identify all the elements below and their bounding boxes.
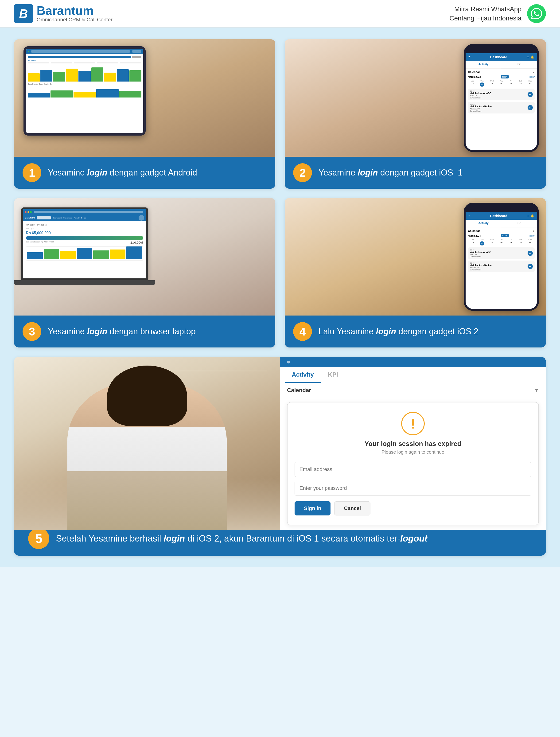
phone-tab-kpi[interactable]: KPI <box>501 61 537 68</box>
password-field[interactable] <box>295 481 531 496</box>
target-title: My Target Revenue ⓘ <box>26 223 143 226</box>
card-3: Barantum Dashboard Customers Activity De… <box>14 198 275 347</box>
phone2-tab-kpi[interactable]: KPI <box>501 220 537 227</box>
phone-mockup-2: ☰ Dashboard ⊞ 🔔 Activity KPI <box>464 203 539 311</box>
session-expired-dialog: ! Your login session has expired Please … <box>287 402 539 525</box>
logo-area: B Barantum Omnichannel CRM & Call Center <box>14 4 113 23</box>
brand-name: Barantum <box>37 4 113 17</box>
phone-dashboard-title: Dashboard <box>490 55 507 59</box>
card-2-image: ☰ Dashboard ⊞ 🔔 Activity KPI <box>285 39 546 157</box>
card-4-footer: 4 Lalu Yesamine login dengan gadget iOS … <box>285 316 546 347</box>
tablet-topbar <box>26 49 143 54</box>
form-buttons: Sign in Cancel <box>295 501 531 515</box>
whatsapp-icon <box>527 4 546 23</box>
card-4-image: ☰ Dashboard ⊞ 🔔 Activity KPI <box>285 198 546 316</box>
step-2-label: Yesamine login dengan gadget iOS 1 <box>319 168 463 178</box>
card-1: Barantum <box>14 39 275 189</box>
main-content: Barantum <box>0 27 560 567</box>
card-1-footer: 1 Yesamine login dengan gadget Android <box>14 157 275 189</box>
large-card-left <box>14 357 280 530</box>
partner-text: Mitra Resmi WhatsApp Centang Hijau Indon… <box>449 4 521 23</box>
expired-icon: ! <box>401 412 425 435</box>
header: B Barantum Omnichannel CRM & Call Center… <box>0 0 560 27</box>
expired-title: Your login session has expired <box>295 440 531 448</box>
right-tab-kpi[interactable]: KPI <box>321 367 345 383</box>
right-calendar-label: Calendar ▼ <box>280 383 546 397</box>
card-1-image: Barantum <box>14 39 275 157</box>
right-panel-tabs: Activity KPI <box>280 367 546 383</box>
right-tab-activity[interactable]: Activity <box>285 367 321 383</box>
tablet-content: Barantum <box>26 54 143 99</box>
filter-label-1[interactable]: Filter <box>529 76 535 78</box>
calendar-label-1: Calendar <box>468 70 480 74</box>
tablet-mockup: Barantum <box>23 46 146 136</box>
step-3-label: Yesamine login dengan browser laptop <box>48 327 196 336</box>
step-5-badge: 5 <box>28 528 49 549</box>
large-card: Activity KPI Calendar ▼ ! Your login ses… <box>14 357 546 556</box>
percentage: 114,00% <box>130 241 143 245</box>
logo-text: Barantum Omnichannel CRM & Call Center <box>37 4 113 23</box>
laptop-mockup: Barantum Dashboard Customers Activity De… <box>21 207 148 292</box>
target-value: Rp 65,000,000 <box>26 231 143 235</box>
phone-tab-activity[interactable]: Activity <box>466 61 501 68</box>
header-right: Mitra Resmi WhatsApp Centang Hijau Indon… <box>449 4 546 23</box>
card-4: ☰ Dashboard ⊞ 🔔 Activity KPI <box>285 198 546 347</box>
row-2: Barantum Dashboard Customers Activity De… <box>14 198 546 347</box>
brand-tagline: Omnichannel CRM & Call Center <box>37 17 113 23</box>
email-field[interactable] <box>295 462 531 477</box>
step-4-label: Lalu Yesamine login dengan gadget iOS 2 <box>319 327 478 336</box>
step-1-badge: 1 <box>23 163 41 182</box>
card-2: ☰ Dashboard ⊞ 🔔 Activity KPI <box>285 39 546 189</box>
step-3-badge: 3 <box>23 322 41 341</box>
step-1-label: Yesamine login dengan gadget Android <box>48 168 197 178</box>
expired-subtitle: Please login again to continue <box>295 449 531 455</box>
step-2-badge: 2 <box>293 163 312 182</box>
step-5-label: Setelah Yesamine berhasil login di iOS 2… <box>56 534 428 544</box>
card-2-footer: 2 Yesamine login dengan gadget iOS 1 <box>285 157 546 189</box>
card-3-footer: 3 Yesamine login dengan browser laptop <box>14 316 275 347</box>
phone-mockup-1: ☰ Dashboard ⊞ 🔔 Activity KPI <box>464 44 539 152</box>
step-4-badge: 4 <box>293 322 312 341</box>
logo-icon: B <box>14 4 33 23</box>
phone2-tab-activity[interactable]: Activity <box>466 220 501 227</box>
signin-button[interactable]: Sign in <box>295 501 331 515</box>
large-card-body: Activity KPI Calendar ▼ ! Your login ses… <box>14 357 546 521</box>
large-card-right: Activity KPI Calendar ▼ ! Your login ses… <box>280 357 546 530</box>
range-label: Dari target dasar: Rp 760,000,000 <box>26 241 54 245</box>
month-label-1: March 2023 <box>468 76 481 78</box>
row-1: Barantum <box>14 39 546 189</box>
cancel-button[interactable]: Cancel <box>334 501 370 515</box>
card-3-image: Barantum Dashboard Customers Activity De… <box>14 198 275 316</box>
